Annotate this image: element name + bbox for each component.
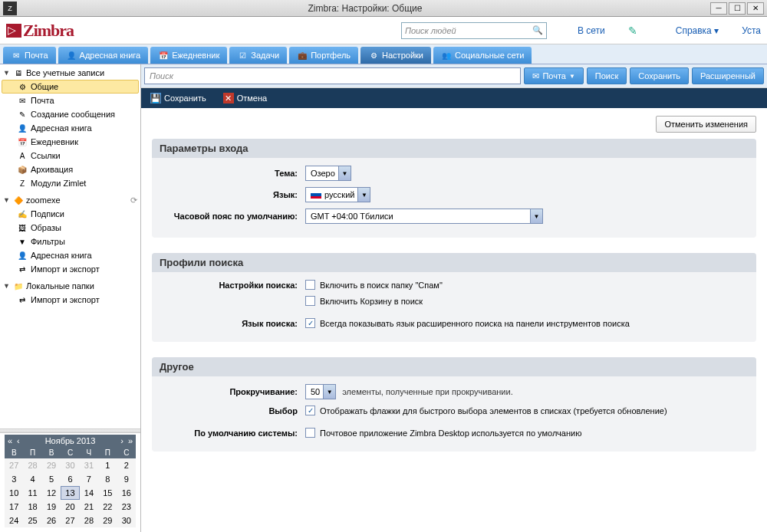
search-icon[interactable]: 🔍 — [532, 25, 543, 35]
chevron-down-icon: ▼ — [357, 188, 370, 202]
calendar-grid: ВПВСЧПС272829303112345678910111213141516… — [5, 447, 136, 527]
close-button[interactable]: ✕ — [747, 2, 764, 15]
tab-preferences[interactable]: ⚙Настройки — [360, 47, 431, 64]
tree-accounts[interactable]: ▼🖥Все учетные записи — [2, 66, 139, 80]
cal-day[interactable]: 17 — [5, 500, 23, 514]
language-select[interactable]: русский▼ — [305, 187, 370, 202]
checkbox-showlang[interactable]: ✓ — [305, 318, 315, 328]
cal-day[interactable]: 5 — [42, 472, 61, 486]
maximize-button[interactable]: ☐ — [729, 2, 746, 15]
tree-item-archive[interactable]: 📦Архивация — [2, 163, 139, 176]
tree-item-contacts2[interactable]: 👤Адресная книга — [2, 248, 139, 262]
setup-link[interactable]: Уста — [742, 25, 761, 36]
tree-zoomexe[interactable]: ▼🔶zoomexe⟳ — [2, 193, 139, 207]
cal-day[interactable]: 22 — [98, 500, 117, 514]
cal-day[interactable]: 21 — [80, 500, 98, 514]
tab-tasks[interactable]: ☑Задачи — [229, 47, 287, 64]
cal-day[interactable]: 30 — [117, 514, 136, 527]
tree-item-contacts[interactable]: 👤Адресная книга — [2, 121, 139, 135]
import-icon: ⇄ — [17, 294, 28, 305]
cal-day[interactable]: 19 — [42, 500, 61, 514]
cal-day[interactable]: 18 — [23, 500, 41, 514]
cal-day[interactable]: 25 — [23, 514, 41, 527]
cal-day[interactable]: 9 — [117, 472, 136, 486]
cal-next-month-icon[interactable]: › — [120, 436, 123, 445]
cal-day[interactable]: 27 — [61, 514, 79, 527]
cal-day[interactable]: 24 — [5, 514, 23, 527]
cal-day[interactable]: 12 — [42, 486, 61, 500]
calendar-title[interactable]: Ноябрь 2013 — [45, 436, 96, 445]
cancel-button[interactable]: ✕Отмена — [219, 90, 272, 106]
minimize-button[interactable]: ─ — [710, 2, 727, 15]
status-online[interactable]: В сети — [578, 25, 605, 36]
cal-day[interactable]: 1 — [98, 458, 117, 472]
tab-calendar[interactable]: 📅Ежедневник — [150, 47, 227, 64]
help-link[interactable]: Справка ▾ — [676, 25, 719, 36]
checkbox-trash[interactable] — [305, 296, 315, 306]
cal-day[interactable]: 28 — [80, 514, 98, 527]
collapse-icon: ▼ — [3, 196, 11, 204]
tree-item-zimlets[interactable]: ZМодули Zimlet — [2, 176, 139, 190]
search-button[interactable]: Поиск — [587, 67, 627, 84]
tree-item-images[interactable]: 🖼Образы — [2, 221, 139, 235]
cal-day[interactable]: 31 — [80, 458, 98, 472]
tab-addressbook[interactable]: 👤Адресная книга — [58, 47, 149, 64]
cal-day[interactable]: 10 — [5, 486, 23, 500]
cal-day[interactable]: 3 — [5, 472, 23, 486]
save-search-button[interactable]: Сохранить — [630, 67, 689, 84]
cal-day[interactable]: 15 — [98, 486, 117, 500]
cal-day[interactable]: 7 — [80, 472, 98, 486]
cal-day[interactable]: 28 — [23, 458, 41, 472]
tree-item-signatures[interactable]: ✍Подписи — [2, 207, 139, 221]
chevron-down-icon: ▼ — [338, 166, 351, 180]
cal-day[interactable]: 8 — [98, 472, 117, 486]
cal-prev-month-icon[interactable]: ‹ — [17, 436, 20, 445]
cal-day[interactable]: 13 — [61, 486, 79, 500]
theme-select[interactable]: Озеро▼ — [305, 166, 351, 181]
tab-briefcase[interactable]: 💼Портфель — [289, 47, 358, 64]
search-scope-button[interactable]: ✉Почта▼ — [524, 67, 583, 84]
cal-day[interactable]: 2 — [117, 458, 136, 472]
tree-item-import-local[interactable]: ⇄Импорт и экспорт — [2, 293, 139, 307]
tab-social[interactable]: 👥Социальные сети — [433, 47, 532, 64]
cal-day[interactable]: 27 — [5, 458, 23, 472]
cal-day[interactable]: 11 — [23, 486, 41, 500]
cal-day[interactable]: 29 — [98, 514, 117, 527]
timezone-select[interactable]: GMT +04:00 Тбилиси▼ — [305, 209, 543, 224]
tree-item-general[interactable]: ⚙Общие — [2, 80, 139, 94]
cal-day[interactable]: 30 — [61, 458, 79, 472]
save-button[interactable]: 💾Сохранить — [146, 90, 211, 106]
cal-day[interactable]: 26 — [42, 514, 61, 527]
advanced-search-button[interactable]: Расширенный — [692, 67, 764, 84]
tree-item-filters[interactable]: ▼Фильтры — [2, 235, 139, 248]
folder-icon: 📁 — [13, 281, 24, 291]
checkbox-default-app[interactable] — [305, 428, 315, 438]
cal-prev-year-icon[interactable]: « — [8, 436, 12, 445]
theme-label: Тема: — [160, 169, 305, 178]
scroll-select[interactable]: 50▼ — [305, 384, 336, 399]
cal-day[interactable]: 14 — [80, 486, 98, 500]
cal-day[interactable]: 29 — [42, 458, 61, 472]
tree-local[interactable]: ▼📁Локальные папки — [2, 279, 139, 293]
checkbox-showflags[interactable]: ✓ — [305, 406, 315, 415]
tree-item-compose[interactable]: ✎Создание сообщения — [2, 107, 139, 121]
refresh-icon[interactable]: ⟳ — [130, 195, 137, 205]
tab-mail[interactable]: ✉Почта — [3, 47, 56, 64]
search-people-input[interactable]: Поиск людей 🔍 — [401, 22, 547, 39]
cal-day[interactable]: 4 — [23, 472, 41, 486]
compose-icon[interactable]: ✎ — [628, 25, 637, 37]
tree-item-calendar[interactable]: 📅Ежедневник — [2, 135, 139, 149]
cal-day[interactable]: 20 — [61, 500, 79, 514]
cal-day[interactable]: 6 — [61, 472, 79, 486]
tree-item-links[interactable]: AСсылки — [2, 149, 139, 163]
cal-day[interactable]: 16 — [117, 486, 136, 500]
tree-item-mail[interactable]: ✉Почта — [2, 94, 139, 107]
undo-changes-button[interactable]: Отменить изменения — [656, 116, 756, 133]
tree-item-import[interactable]: ⇄Импорт и экспорт — [2, 262, 139, 276]
cal-day[interactable]: 23 — [117, 500, 136, 514]
checkbox-spam[interactable] — [305, 280, 315, 290]
briefcase-icon: 💼 — [297, 50, 308, 61]
cal-day-header: Ч — [80, 447, 98, 458]
search-input[interactable]: Поиск — [144, 67, 521, 84]
cal-next-year-icon[interactable]: » — [128, 436, 133, 445]
